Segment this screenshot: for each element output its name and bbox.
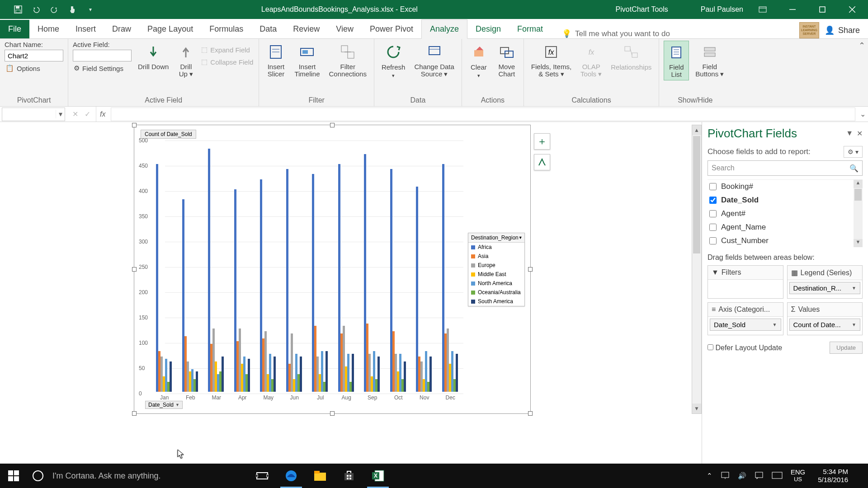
tab-data[interactable]: Data: [251, 20, 285, 38]
taskbar-excel-icon[interactable]: X: [363, 464, 392, 488]
tab-design[interactable]: Design: [467, 20, 509, 38]
scroll-thumb[interactable]: [693, 136, 700, 253]
relationships-button[interactable]: Relationships: [608, 41, 654, 73]
legend-area[interactable]: ▦Legend (Series) Destination_R...: [787, 265, 863, 299]
tray-language[interactable]: ENG: [791, 469, 806, 476]
redo-icon[interactable]: [49, 4, 60, 15]
scroll-up-icon[interactable]: ▲: [692, 125, 701, 135]
scroll-up-icon[interactable]: ▲: [854, 180, 863, 188]
axis-field-chip[interactable]: Date_Sold: [710, 319, 781, 331]
drill-up-button[interactable]: DrillUp ▾: [175, 41, 197, 80]
tab-insert[interactable]: Insert: [67, 20, 104, 38]
legend-item[interactable]: South America: [468, 297, 524, 306]
bar[interactable]: [300, 357, 302, 392]
field-row[interactable]: Date_Sold: [708, 193, 863, 207]
ribbon-display-options-icon[interactable]: [752, 0, 773, 19]
fields-items-sets-button[interactable]: fxFields, Items,& Sets ▾: [528, 41, 574, 80]
tab-analyze[interactable]: Analyze: [421, 19, 467, 39]
insert-slicer-button[interactable]: InsertSlicer: [264, 41, 288, 80]
scroll-down-icon[interactable]: ▼: [854, 239, 863, 247]
field-settings-button[interactable]: ⚙Field Settings: [73, 63, 132, 74]
legend-item[interactable]: Africa: [468, 243, 524, 252]
bar-group[interactable]: [312, 174, 332, 392]
legend-item[interactable]: Middle East: [468, 270, 524, 279]
tray-overflow-icon[interactable]: ⌃: [707, 472, 712, 480]
field-checkbox[interactable]: [709, 237, 717, 244]
vertical-scrollbar[interactable]: ▲ ▼: [692, 125, 702, 414]
axis-area[interactable]: ≡Axis (Categori... Date_Sold: [708, 302, 783, 335]
maximize-icon[interactable]: [812, 0, 833, 19]
tray-keyboard-icon[interactable]: [772, 472, 783, 480]
resize-handle[interactable]: [330, 123, 335, 127]
tab-view[interactable]: View: [328, 20, 362, 38]
share-button[interactable]: Share: [838, 26, 860, 35]
tab-file[interactable]: File: [0, 20, 29, 38]
resize-handle[interactable]: [132, 411, 137, 416]
bar-group[interactable]: [286, 169, 306, 392]
field-row[interactable]: Agent#: [708, 207, 863, 221]
bar[interactable]: [286, 169, 288, 392]
fx-icon[interactable]: fx: [96, 110, 109, 118]
bar-group[interactable]: [208, 149, 228, 392]
bar[interactable]: [456, 354, 458, 392]
collapse-field-button[interactable]: ⬚Collapse Field: [200, 56, 254, 67]
clear-button[interactable]: Clear▾: [467, 41, 491, 80]
legend-item[interactable]: Europe: [468, 261, 524, 270]
field-checkbox[interactable]: [709, 210, 717, 217]
bar[interactable]: [326, 351, 328, 392]
tab-review[interactable]: Review: [285, 20, 328, 38]
bar[interactable]: [196, 371, 198, 392]
field-checkbox[interactable]: [709, 197, 717, 204]
collapse-ribbon-icon[interactable]: ⌃: [859, 41, 865, 51]
tray-action-center-icon[interactable]: [755, 471, 764, 481]
tab-formulas[interactable]: Formulas: [201, 20, 251, 38]
tray-keyboard-layout[interactable]: US: [791, 476, 806, 483]
save-icon[interactable]: [13, 4, 24, 15]
close-icon[interactable]: [842, 0, 863, 19]
defer-layout-checkbox[interactable]: Defer Layout Update: [708, 344, 782, 352]
field-list-button[interactable]: FieldList: [664, 41, 689, 80]
namebox-dropdown-icon[interactable]: ▾: [56, 110, 65, 118]
tab-power-pivot[interactable]: Power Pivot: [362, 20, 421, 38]
bar-group[interactable]: [338, 164, 358, 392]
bar[interactable]: [248, 359, 250, 392]
field-checkbox[interactable]: [709, 183, 717, 190]
fields-search-input[interactable]: Search 🔍: [708, 160, 863, 176]
chart-axis-field-button[interactable]: Date_Sold: [145, 401, 183, 409]
taskbar-file-explorer-icon[interactable]: [306, 464, 335, 488]
field-row[interactable]: Booking#: [708, 180, 863, 193]
bar-group[interactable]: [260, 179, 280, 392]
filter-connections-button[interactable]: FilterConnections: [326, 41, 369, 80]
active-field-input[interactable]: [73, 50, 132, 61]
field-row[interactable]: Agent_Name: [708, 221, 863, 234]
chart-name-input[interactable]: [5, 50, 63, 61]
tab-page-layout[interactable]: Page Layout: [139, 20, 201, 38]
pivot-chart-object[interactable]: ＋ Count of Date_Sold Date_Sold Destinati…: [134, 125, 531, 414]
bar-group[interactable]: [442, 164, 462, 392]
field-row[interactable]: Cust_Number: [708, 234, 863, 247]
chart-value-field-button[interactable]: Count of Date_Sold: [141, 130, 196, 139]
tray-volume-icon[interactable]: 🔊: [738, 472, 746, 480]
pane-dropdown-icon[interactable]: ▼: [846, 129, 853, 138]
insert-timeline-button[interactable]: InsertTimeline: [292, 41, 322, 80]
legend-item[interactable]: Oceania/Australia: [468, 288, 524, 297]
sheet-area[interactable]: ＋ Count of Date_Sold Date_Sold Destinati…: [0, 122, 702, 474]
fieldlist-scrollbar[interactable]: ▲ ▼: [854, 180, 863, 247]
olap-tools-button[interactable]: fxOLAPTools ▾: [578, 41, 604, 80]
user-name[interactable]: Paul Paulsen: [701, 5, 743, 14]
start-button[interactable]: [0, 464, 27, 488]
tray-network-icon[interactable]: [721, 471, 730, 481]
expand-field-button[interactable]: ⬚Expand Field: [200, 44, 254, 55]
expand-formula-bar-icon[interactable]: ⌄: [857, 110, 868, 118]
undo-icon[interactable]: [31, 4, 42, 15]
resize-handle[interactable]: [330, 411, 335, 416]
bar[interactable]: [222, 357, 224, 392]
scroll-down-icon[interactable]: ▼: [692, 404, 701, 413]
bar-group[interactable]: [416, 187, 436, 392]
tab-home[interactable]: Home: [29, 20, 67, 38]
scroll-thumb[interactable]: [854, 189, 862, 201]
tell-me-search[interactable]: 💡 Tell me what you want to do: [551, 29, 670, 38]
pane-settings-button[interactable]: ⚙ ▾: [844, 146, 863, 158]
cortana-search-input[interactable]: I'm Cortana. Ask me anything.: [49, 464, 248, 488]
tab-draw[interactable]: Draw: [104, 20, 139, 38]
